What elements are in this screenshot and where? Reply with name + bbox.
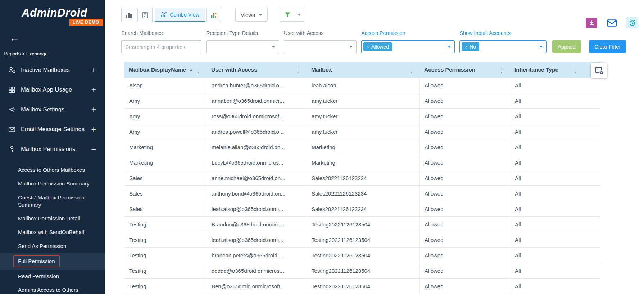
column-menu-icon[interactable]: ⋮ — [195, 66, 201, 74]
sidebar-item-label: Mailbox Permissions — [21, 146, 75, 152]
column-header[interactable]: Mailbox⋮ — [307, 62, 419, 78]
column-header[interactable]: Access Permission⋮ — [419, 62, 510, 78]
sidebar-subitem[interactable]: Read Permission — [0, 270, 105, 283]
report-view-button[interactable] — [137, 8, 153, 22]
user-with-access-label: User with Access — [284, 30, 357, 37]
table-row[interactable]: Amyross@o365droid.onmicrosof...amy.tucke… — [124, 109, 600, 124]
table-cell: All — [510, 109, 600, 124]
table-row[interactable]: MarketingLucyL@o365droid.onmicros...Mark… — [124, 155, 600, 170]
table-cell: All — [510, 217, 600, 232]
export-download-button[interactable] — [586, 18, 597, 28]
table-row[interactable]: Testingbrandon.peters@o365droid....Testi… — [124, 248, 600, 263]
table-cell: ross@o365droid.onmicrosof... — [207, 109, 307, 124]
sidebar-subitem[interactable]: Mailbox Permission Summary — [0, 177, 105, 190]
table-row[interactable]: Marketingmelanie.allan@o365droid.on...Ma… — [124, 139, 600, 155]
filter-group-user-with-access: User with Access — [284, 30, 357, 53]
table-body: Alsopandrea.hunter@o365droid.o...leah.al… — [124, 78, 600, 294]
table-row[interactable]: Salesanthony.bond@o365droid.on...Sales20… — [124, 186, 600, 201]
mail-icon — [607, 19, 617, 27]
table-cell: Amy — [124, 93, 207, 108]
filter-group-access-permission: Access Permission × Allowed — [361, 30, 455, 53]
filter-chip-no[interactable]: × No — [462, 42, 479, 51]
sidebar-subitem-label: Send As Permission — [18, 243, 66, 250]
table-row[interactable]: TestingBrandon@o365droid.onmicr...Testin… — [124, 217, 600, 232]
graph-view-button[interactable] — [206, 8, 221, 22]
tab-combo-view[interactable]: Combo View — [155, 8, 205, 22]
search-mailboxes-input[interactable] — [121, 40, 201, 53]
filter-chip-allowed[interactable]: × Allowed — [363, 42, 392, 51]
sidebar-nav: Inactive Mailboxes + Mailbox App Usage +… — [0, 60, 105, 294]
table-cell: amy.tucker — [307, 93, 420, 108]
show-inbuilt-dropdown[interactable]: × No — [459, 40, 547, 53]
access-permission-dropdown[interactable]: × Allowed — [361, 40, 455, 53]
table-cell: leah.alsop@o365droid.onmi... — [207, 201, 307, 216]
table-cell: All — [510, 139, 600, 155]
column-chooser-button[interactable] — [591, 63, 607, 78]
expand-plus-icon[interactable]: + — [91, 124, 96, 134]
sidebar-subitem[interactable]: Access to Others Mailboxes — [0, 163, 105, 177]
table-cell: Sales — [124, 186, 207, 201]
table-row[interactable]: Testingleah.alsop@o365droid.onmi...Testi… — [124, 232, 600, 248]
expand-plus-icon[interactable]: + — [91, 85, 96, 95]
table-cell: Marketing — [307, 139, 420, 155]
table-row[interactable]: Salesanne.michael@o365droid.on...Sales20… — [124, 170, 600, 186]
table-cell: Amy — [124, 124, 207, 139]
table-cell: All — [510, 263, 600, 278]
breadcrumb: Reports > Exchange — [0, 43, 105, 60]
filter-button[interactable] — [280, 8, 295, 21]
sidebar-item-email-message-settings[interactable]: Email Message Settings + — [0, 119, 105, 139]
back-button[interactable]: ← — [0, 27, 105, 43]
table-row[interactable]: Salesleah.alsop@o365droid.onmi...Sales20… — [124, 201, 600, 217]
column-menu-icon[interactable]: ⋮ — [295, 66, 301, 74]
table-cell: Allowed — [420, 217, 510, 232]
views-dropdown[interactable]: Views — [235, 8, 268, 22]
applied-button[interactable]: Applied — [552, 40, 581, 53]
column-header[interactable]: Mailbox DisplayName⋮ — [124, 62, 207, 78]
column-header[interactable]: Inheritance Type⋮ — [510, 62, 600, 78]
sidebar-subitem[interactable]: Mailbox with SendOnBehalf — [0, 225, 105, 239]
sidebar-subitem[interactable]: Guests' Mailbox Permission Summary — [0, 191, 105, 212]
sidebar-subitem[interactable]: Admins Access to Others Mailboxes — [0, 283, 105, 294]
column-header[interactable]: User with Access⋮ — [207, 62, 307, 78]
user-with-access-dropdown[interactable] — [284, 40, 357, 53]
sidebar-item-mailbox-settings[interactable]: Mailbox Settings + — [0, 100, 105, 119]
table-cell: anne.michael@o365droid.on... — [207, 170, 307, 185]
table-row[interactable]: Amyannaben@o365droid.onmicr...amy.tucker… — [124, 93, 600, 109]
sidebar-item-mailbox-app-usage[interactable]: Mailbox App Usage + — [0, 80, 105, 100]
app-logo[interactable]: AdminDroid LIVE DEMO — [0, 0, 105, 27]
schedule-alert-button[interactable] — [626, 17, 638, 28]
table-cell: Allowed — [420, 248, 510, 263]
chip-remove-icon[interactable]: × — [367, 45, 369, 49]
chart-view-button[interactable] — [121, 8, 136, 22]
table-row[interactable]: Alsopandrea.hunter@o365droid.o...leah.al… — [124, 78, 600, 93]
sidebar-subitem[interactable]: Mailbox Permission Detail — [0, 212, 105, 225]
sidebar-item-mailbox-permissions[interactable]: Mailbox Permissions − — [0, 139, 105, 159]
clear-filter-button[interactable]: Clear Filter — [589, 40, 626, 53]
table-row[interactable]: TestingBen@o365droid.onmicrosoft...Testi… — [124, 279, 600, 294]
table-cell: All — [510, 248, 600, 263]
expand-plus-icon[interactable]: + — [91, 65, 96, 75]
column-menu-icon[interactable]: ⋮ — [498, 66, 504, 74]
recipient-type-label: Recipient Type Details — [206, 30, 279, 37]
data-table: Mailbox DisplayName⋮User with Access⋮Mai… — [124, 62, 600, 294]
sidebar-item-label: Mailbox Settings — [21, 106, 64, 113]
sidebar-subitem[interactable]: Send As Permission — [0, 239, 105, 253]
column-menu-icon[interactable]: ⋮ — [572, 66, 578, 74]
table-row[interactable]: Amyandrea.powell@o365droid.o...amy.tucke… — [124, 124, 600, 139]
chevron-down-icon — [448, 46, 451, 48]
sidebar-item-label: Mailbox App Usage — [21, 86, 72, 93]
sidebar-subitem[interactable]: Full Permission — [0, 253, 105, 270]
recipient-type-dropdown[interactable] — [206, 40, 279, 53]
table-cell: Allowed — [420, 170, 510, 185]
sidebar-subitem-label: Guests' Mailbox Permission Summary — [18, 194, 98, 209]
filter-options-button[interactable] — [295, 8, 304, 21]
column-menu-icon[interactable]: ⋮ — [408, 66, 414, 74]
access-permission-label: Access Permission — [361, 30, 455, 37]
expand-plus-icon[interactable]: + — [91, 105, 96, 114]
email-report-button[interactable] — [606, 18, 617, 28]
chip-remove-icon[interactable]: × — [465, 45, 467, 49]
toolbar: Combo View Views — [105, 0, 644, 28]
collapse-minus-icon[interactable]: − — [91, 144, 96, 154]
table-row[interactable]: Testingddddd@o365droid.onmicros...Testin… — [124, 263, 600, 279]
sidebar-item-inactive-mailboxes[interactable]: Inactive Mailboxes + — [0, 60, 105, 80]
